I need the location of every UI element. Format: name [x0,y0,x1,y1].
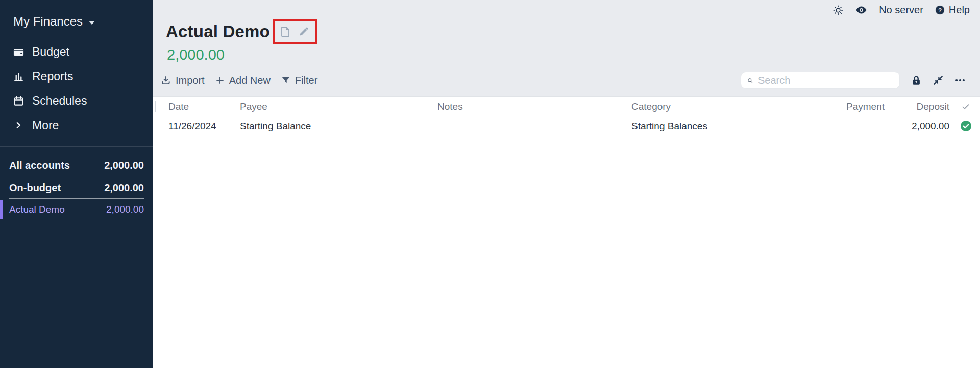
filter-funnel-icon [281,76,290,85]
account-balance: 2,000.00 [106,204,144,215]
import-icon [161,75,171,85]
lock-icon[interactable] [911,75,922,86]
sidebar-item-label: Budget [32,45,69,59]
sun-icon[interactable] [832,5,844,16]
transactions-table: Date Payee Notes Category Payment Deposi… [153,96,980,368]
bar-chart-icon [12,70,24,82]
header-category: Category [631,101,805,112]
search-icon [747,76,753,85]
cell-deposit[interactable]: 2,000.00 [887,121,951,132]
cell-payee[interactable]: Starting Balance [240,121,437,132]
sidebar-item-label: Schedules [32,94,87,108]
edit-pencil-icon[interactable] [298,26,309,37]
wallet-icon [12,45,24,58]
import-label: Import [176,75,205,86]
all-accounts-row[interactable]: All accounts 2,000.00 [0,153,153,177]
sidebar-item-more[interactable]: More [0,113,153,137]
sidebar-nav: Budget Reports Schedules More [0,39,153,137]
budget-file-name: My Finances [13,14,83,29]
help-label: Help [949,4,970,16]
table-header-row: Date Payee Notes Category Payment Deposi… [153,97,980,117]
server-status[interactable]: No server [879,4,923,16]
ellipsis-icon[interactable] [954,75,966,86]
account-title[interactable]: Actual Demo [166,22,270,41]
all-accounts-label: All accounts [9,159,70,171]
top-status-bar: No server ? Help [832,4,970,16]
select-all-checkbox[interactable] [155,101,156,112]
chevron-down-icon [89,21,95,25]
sidebar-divider [0,146,153,147]
collapse-arrows-icon[interactable] [933,75,944,86]
add-new-button[interactable]: Add New [215,75,271,86]
cell-date[interactable]: 11/26/2024 [168,121,240,132]
header-date: Date [168,101,240,112]
help-button[interactable]: ? Help [935,4,970,16]
budget-file-menu[interactable]: My Finances [0,0,153,29]
sidebar: My Finances Budget Reports Schedules [0,0,153,368]
header-notes: Notes [437,101,631,112]
sidebar-item-label: Reports [32,70,74,83]
actual-budget-app: My Finances Budget Reports Schedules [0,0,980,368]
import-button[interactable]: Import [161,75,205,86]
filter-button[interactable]: Filter [281,75,317,86]
calendar-icon [12,95,24,107]
account-page: No server ? Help Actual Demo 2,000.00 [153,0,980,368]
sidebar-item-label: More [32,119,59,132]
search-input[interactable] [758,75,893,86]
search-box [741,72,900,89]
header-payee: Payee [240,101,437,112]
on-budget-row[interactable]: On-budget 2,000.00 [9,177,144,199]
plus-icon [215,76,225,85]
header-deposit: Deposit [887,101,951,112]
transaction-row: 11/26/2024 Starting Balance Starting Bal… [153,117,980,135]
check-icon[interactable] [951,102,980,111]
on-budget-label: On-budget [9,182,61,194]
cell-category[interactable]: Starting Balances [631,121,805,132]
on-budget-balance: 2,000.00 [104,182,144,194]
filter-label: Filter [295,75,317,86]
header-payment: Payment [805,101,887,112]
chevron-right-icon [12,119,24,131]
add-new-label: Add New [229,75,271,86]
account-name: Actual Demo [9,204,65,215]
account-balance[interactable]: 2,000.00 [167,47,317,63]
note-icon[interactable] [280,26,290,37]
all-accounts-balance: 2,000.00 [104,159,144,171]
svg-text:?: ? [938,7,942,14]
account-toolbar: Import Add New Filter [161,71,966,89]
eye-icon[interactable] [855,4,868,16]
sidebar-item-reports[interactable]: Reports [0,64,153,88]
sidebar-item-schedules[interactable]: Schedules [0,88,153,113]
cleared-check-icon[interactable] [951,120,980,132]
sidebar-account-actual-demo[interactable]: Actual Demo 2,000.00 [0,200,153,219]
question-circle-icon: ? [935,5,945,15]
account-header: Actual Demo 2,000.00 [166,19,317,63]
sidebar-item-budget[interactable]: Budget [0,39,153,64]
annotation-red-box [273,19,317,44]
